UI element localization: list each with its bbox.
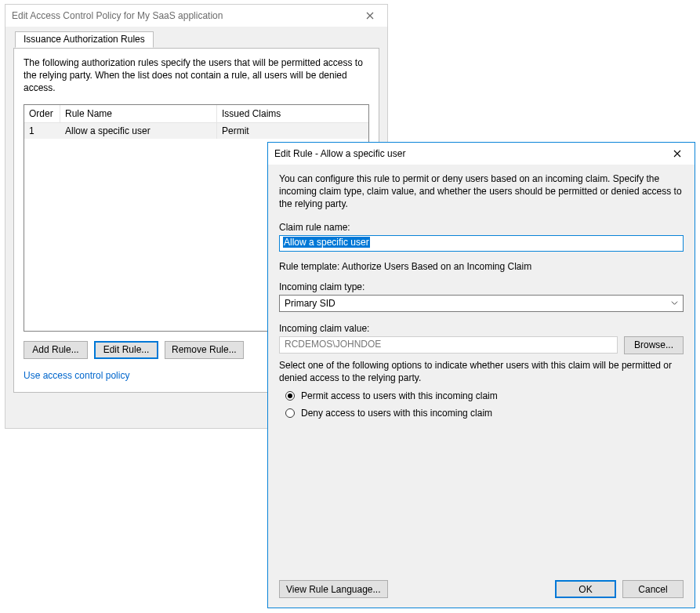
titlebar[interactable]: Edit Access Control Policy for My SaaS a… bbox=[5, 5, 387, 27]
radio-permit[interactable]: Permit access to users with this incomin… bbox=[285, 390, 684, 401]
cell-rule-name: Allow a specific user bbox=[60, 123, 217, 139]
close-icon[interactable] bbox=[359, 8, 381, 24]
cancel-button[interactable]: Cancel bbox=[622, 580, 684, 598]
chevron-down-icon bbox=[671, 298, 678, 309]
cell-issued-claims: Permit bbox=[217, 123, 368, 139]
view-rule-language-button[interactable]: View Rule Language... bbox=[279, 580, 388, 598]
claim-rule-name-label: Claim rule name: bbox=[279, 222, 684, 233]
incoming-claim-value-label: Incoming claim value: bbox=[279, 323, 684, 334]
table-row[interactable]: 1 Allow a specific user Permit bbox=[24, 123, 368, 139]
edit-rule-button[interactable]: Edit Rule... bbox=[94, 341, 158, 359]
cell-order: 1 bbox=[24, 123, 60, 139]
add-rule-button[interactable]: Add Rule... bbox=[24, 341, 88, 359]
radio-deny-label: Deny access to users with this incoming … bbox=[301, 408, 492, 419]
claim-rule-name-input[interactable]: Allow a specific user bbox=[279, 235, 684, 252]
radio-permit-label: Permit access to users with this incomin… bbox=[301, 390, 498, 401]
incoming-claim-value-input[interactable]: RCDEMOS\JOHNDOE bbox=[279, 336, 618, 354]
window-title: Edit Access Control Policy for My SaaS a… bbox=[12, 10, 223, 21]
select-option-text: Select one of the following options to i… bbox=[279, 359, 684, 384]
radio-deny[interactable]: Deny access to users with this incoming … bbox=[285, 408, 684, 419]
radio-permit-indicator bbox=[285, 391, 295, 401]
col-header-order[interactable]: Order bbox=[24, 105, 60, 122]
tab-issuance-authorization-rules[interactable]: Issuance Authorization Rules bbox=[15, 31, 154, 48]
incoming-claim-type-select[interactable]: Primary SID bbox=[279, 295, 684, 312]
window-title: Edit Rule - Allow a specific user bbox=[274, 148, 405, 159]
ok-button[interactable]: OK bbox=[555, 580, 616, 598]
col-header-issued-claims[interactable]: Issued Claims bbox=[217, 105, 368, 122]
close-icon[interactable] bbox=[666, 146, 688, 161]
rules-description: The following authorization rules specif… bbox=[24, 56, 369, 95]
incoming-claim-type-value: Primary SID bbox=[285, 298, 335, 309]
rule-template-text: Rule template: Authorize Users Based on … bbox=[279, 261, 684, 272]
remove-rule-button[interactable]: Remove Rule... bbox=[165, 341, 244, 359]
table-header: Order Rule Name Issued Claims bbox=[24, 105, 368, 123]
col-header-rule-name[interactable]: Rule Name bbox=[60, 105, 217, 122]
titlebar[interactable]: Edit Rule - Allow a specific user bbox=[268, 143, 695, 165]
edit-rule-dialog: Edit Rule - Allow a specific user You ca… bbox=[267, 142, 695, 608]
intro-text: You can configure this rule to permit or… bbox=[279, 172, 684, 211]
browse-button[interactable]: Browse... bbox=[624, 336, 684, 354]
use-access-control-policy-link[interactable]: Use access control policy bbox=[24, 370, 129, 381]
radio-deny-indicator bbox=[285, 408, 295, 418]
incoming-claim-type-label: Incoming claim type: bbox=[279, 281, 684, 292]
